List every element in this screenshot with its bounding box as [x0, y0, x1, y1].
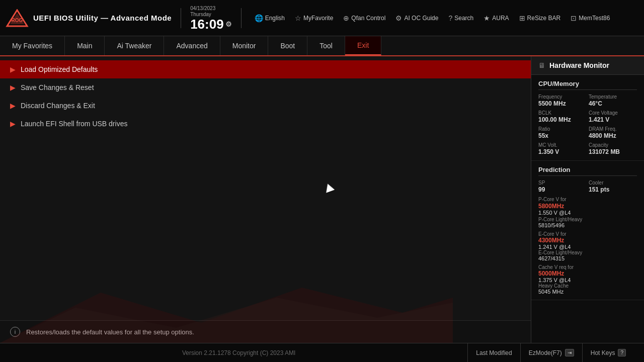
arrow-icon-3: ▶ [10, 102, 16, 110]
rog-logo-icon: ROG [5, 9, 29, 27]
ezmode-key-badge: ⇥ [565, 349, 574, 356]
hw-sp-label: SP [538, 180, 587, 186]
hw-cooler: Cooler 151 pts [589, 180, 637, 193]
globe-icon: 🌐 [255, 14, 263, 22]
hw-frequency-label: Frequency [538, 94, 587, 100]
toolbar-aioc[interactable]: ⚙ AI OC Guide [391, 12, 442, 24]
hw-section-cpu-title: CPU/Memory [538, 80, 637, 90]
hw-core-voltage: Core Voltage 1.421 V [589, 110, 637, 123]
hotkeys-button[interactable]: Hot Keys ? [582, 343, 634, 363]
hw-ecore-volt: 1.241 V @L4 [538, 244, 637, 250]
content-area: ▶ Load Optimized Defaults ▶ Save Changes… [0, 56, 531, 343]
menu-item-discard-exit[interactable]: ▶ Discard Changes & Exit [0, 97, 531, 115]
hw-temperature-label: Temperature [589, 94, 637, 100]
monitor-icon: 🖥 [538, 61, 545, 69]
hw-cache-label: Cache V req for [538, 264, 637, 270]
star-outline-icon: ☆ [295, 14, 301, 22]
hw-dram-freq-label: DRAM Freq. [589, 126, 637, 132]
hotkeys-key-badge: ? [618, 349, 626, 356]
resize-icon: ⊞ [519, 14, 525, 22]
hw-pcore-lh-label: P-Core Light/Heavy [538, 217, 582, 222]
hw-panel-title: Hardware Monitor [549, 61, 609, 69]
hw-heavy-cache-label: Heavy Cache [538, 283, 637, 289]
nav-bar: My Favorites Main Ai Tweaker Advanced Mo… [0, 36, 644, 56]
hw-frequency: Frequency 5500 MHz [538, 94, 587, 107]
hw-pcore-volt: 1.550 V @L4 [538, 210, 637, 216]
hw-frequency-value: 5500 MHz [538, 100, 587, 107]
hw-sp: SP 99 [538, 180, 587, 193]
memtest-icon: ⊡ [571, 14, 577, 22]
header-divider [181, 8, 181, 28]
time-area: 04/13/2023 Thursday 16:09 ⚙ [190, 6, 232, 31]
toolbar: 🌐 English ☆ MyFavorite ⊕ Qfan Control ⚙ … [251, 12, 639, 24]
hw-core-voltage-label: Core Voltage [589, 110, 637, 116]
hw-section-prediction: Prediction SP 99 Cooler 151 pts P-Core V… [531, 161, 644, 300]
ai-icon: ⚙ [395, 14, 402, 22]
hw-capacity: Capacity 131072 MB [589, 142, 637, 155]
status-description: Restores/loads the default values for al… [26, 328, 194, 336]
last-modified-button[interactable]: Last Modified [467, 343, 520, 363]
menu-item-launch-efi[interactable]: ▶ Launch EFI Shell from USB drives [0, 115, 531, 133]
hw-capacity-label: Capacity [589, 142, 637, 148]
hw-panel-header: 🖥 Hardware Monitor [531, 56, 644, 75]
toolbar-qfan[interactable]: ⊕ Qfan Control [339, 12, 389, 24]
tab-aitweaker[interactable]: Ai Tweaker [105, 36, 164, 55]
tab-tool[interactable]: Tool [307, 36, 345, 55]
hw-cpu-grid: Frequency 5500 MHz Temperature 46°C BCLK… [538, 94, 637, 155]
toolbar-aura[interactable]: ★ AURA [479, 12, 513, 24]
hw-dram-freq-value: 4800 MHz [589, 132, 637, 139]
hw-temperature: Temperature 46°C [589, 94, 637, 107]
hw-temperature-value: 46°C [589, 100, 637, 107]
info-icon: i [10, 327, 20, 337]
tab-advanced[interactable]: Advanced [164, 36, 220, 55]
hw-dram-freq: DRAM Freq. 4800 MHz [589, 126, 637, 139]
tab-exit[interactable]: Exit [345, 36, 381, 55]
hw-capacity-value: 131072 MB [589, 148, 637, 155]
hw-mc-volt: MC Volt. 1.350 V [538, 142, 587, 155]
header: ROG UEFI BIOS Utility — Advanced Mode 04… [0, 0, 644, 36]
content-spacer [0, 137, 531, 320]
hw-section-prediction-title: Prediction [538, 166, 637, 176]
hw-pcore-freq: 5800MHz [538, 203, 637, 210]
menu-item-save-reset[interactable]: ▶ Save Changes & Reset [0, 78, 531, 97]
hw-section-cpu: CPU/Memory Frequency 5500 MHz Temperatur… [531, 75, 644, 161]
hw-cache-volt: 1.375 V @L4 [538, 277, 637, 283]
time-settings-icon[interactable]: ⚙ [225, 21, 232, 28]
hw-bclk-value: 100.00 MHz [538, 116, 587, 123]
toolbar-english[interactable]: 🌐 English [251, 12, 289, 24]
toolbar-memtest[interactable]: ⊡ MemTest86 [567, 12, 614, 24]
hw-heavy-cache-value: 5045 MHz [538, 289, 637, 295]
app-title: UEFI BIOS Utility — Advanced Mode [33, 14, 172, 22]
hardware-monitor-panel: 🖥 Hardware Monitor CPU/Memory Frequency … [531, 56, 644, 343]
menu-list: ▶ Load Optimized Defaults ▶ Save Changes… [0, 56, 531, 137]
toolbar-search[interactable]: ? Search [444, 12, 477, 24]
hw-sp-value: 99 [538, 186, 587, 193]
tab-boot[interactable]: Boot [268, 36, 307, 55]
arrow-icon-4: ▶ [10, 120, 16, 128]
hw-ratio-label: Ratio [538, 126, 587, 132]
hw-mc-volt-label: MC Volt. [538, 142, 587, 148]
tab-monitor[interactable]: Monitor [220, 36, 269, 55]
hw-ecore-label: E-Core V for [538, 231, 637, 237]
aura-icon: ★ [484, 14, 490, 22]
hw-ecore-lh-label: E-Core Light/Heavy [538, 250, 637, 255]
toolbar-resizebar[interactable]: ⊞ ReSize BAR [515, 12, 565, 24]
logo-area: ROG UEFI BIOS Utility — Advanced Mode [5, 9, 172, 27]
hw-ecore-lh-value: 4627/4315 [538, 255, 637, 261]
hw-cooler-value: 151 pts [589, 186, 637, 193]
hw-bclk: BCLK 100.00 MHz [538, 110, 587, 123]
bottom-right-items: Last Modified EzMode(F7) ⇥ Hot Keys ? [467, 343, 634, 363]
time-display: 16:09 ⚙ [190, 18, 232, 31]
toolbar-myfavorite[interactable]: ☆ MyFavorite [291, 12, 337, 24]
fan-icon: ⊕ [343, 14, 349, 22]
tab-favorites[interactable]: My Favorites [0, 36, 65, 55]
svg-text:ROG: ROG [12, 18, 23, 23]
version-text: Version 2.21.1278 Copyright (C) 2023 AMI [10, 349, 467, 356]
arrow-icon-2: ▶ [10, 83, 16, 92]
menu-item-load-defaults[interactable]: ▶ Load Optimized Defaults [0, 60, 531, 78]
ezmode-button[interactable]: EzMode(F7) ⇥ [520, 343, 582, 363]
date-display: 04/13/2023 Thursday [190, 6, 215, 18]
hw-bclk-label: BCLK [538, 110, 587, 116]
hw-prediction-grid: SP 99 Cooler 151 pts [538, 180, 637, 193]
tab-main[interactable]: Main [65, 36, 105, 55]
